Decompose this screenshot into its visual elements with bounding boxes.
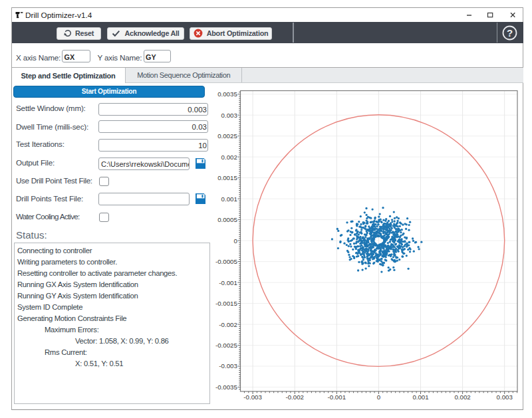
svg-text:-0.0035: -0.0035	[215, 383, 237, 391]
svg-text:-0.002: -0.002	[219, 321, 237, 328]
svg-text:-0.0025: -0.0025	[215, 342, 237, 349]
svg-text:-0.0005: -0.0005	[215, 258, 237, 265]
svg-text:-0.0015: -0.0015	[215, 300, 237, 307]
svg-text:-0.003: -0.003	[219, 362, 237, 369]
svg-text:0.002: 0.002	[221, 154, 237, 161]
svg-text:0.001: 0.001	[412, 393, 428, 401]
svg-text:0: 0	[377, 393, 381, 401]
svg-text:0.0035: 0.0035	[217, 90, 237, 98]
svg-text:0: 0	[233, 237, 237, 245]
svg-text:0.0025: 0.0025	[217, 132, 237, 140]
svg-text:0.003: 0.003	[221, 112, 237, 119]
svg-text:0.0005: 0.0005	[217, 216, 237, 223]
svg-text:-0.001: -0.001	[219, 279, 237, 286]
svg-text:0.0015: 0.0015	[217, 174, 237, 181]
svg-text:0.003: 0.003	[497, 393, 513, 401]
svg-text:-0.002: -0.002	[285, 393, 303, 401]
svg-text:-0.001: -0.001	[328, 393, 346, 401]
svg-text:0.001: 0.001	[221, 195, 237, 203]
svg-text:0.002: 0.002	[454, 393, 470, 401]
svg-text:-0.003: -0.003	[243, 393, 261, 401]
